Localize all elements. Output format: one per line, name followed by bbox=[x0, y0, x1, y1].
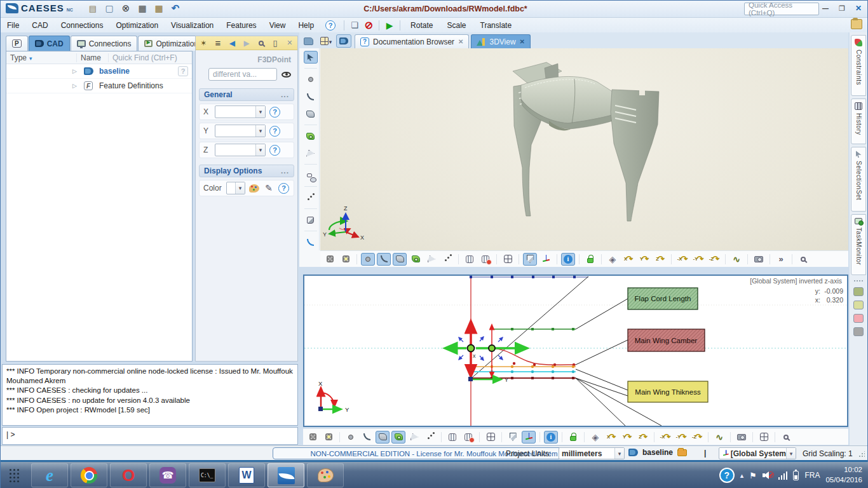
color-dropdown[interactable] bbox=[226, 182, 245, 194]
console-input[interactable]: | > bbox=[2, 427, 298, 445]
perspective-icon[interactable] bbox=[588, 431, 602, 444]
color-swatch-gray[interactable] bbox=[853, 327, 864, 336]
clip-planes-icon[interactable] bbox=[463, 253, 477, 266]
section-general[interactable]: General bbox=[199, 88, 294, 101]
language-indicator[interactable]: FRA bbox=[804, 471, 820, 480]
x-help-icon[interactable] bbox=[269, 107, 280, 118]
color-help-icon[interactable] bbox=[278, 183, 289, 194]
back-icon[interactable] bbox=[227, 38, 238, 48]
taskbar-paint[interactable] bbox=[307, 463, 344, 487]
more-tools-icon[interactable] bbox=[774, 253, 788, 266]
z-help-icon[interactable] bbox=[269, 145, 280, 156]
rotate-neg-z-icon[interactable] bbox=[707, 253, 721, 266]
info-icon[interactable] bbox=[544, 431, 558, 444]
x-dropdown-icon[interactable] bbox=[255, 106, 265, 118]
view3d-canvas[interactable]: Z X Y bbox=[320, 48, 848, 250]
pin-icon[interactable] bbox=[198, 38, 209, 48]
menu-optimization[interactable]: Optimization bbox=[109, 19, 165, 32]
menu-features[interactable]: Features bbox=[220, 19, 262, 32]
tray-expand-icon[interactable] bbox=[740, 471, 744, 480]
tab-selectionset[interactable]: SelectionSet bbox=[851, 147, 866, 212]
volume-tool-icon[interactable] bbox=[304, 214, 318, 226]
rotate-x-icon[interactable] bbox=[621, 253, 635, 266]
x-input[interactable] bbox=[215, 105, 266, 118]
battery-icon[interactable] bbox=[793, 471, 799, 480]
resize-grip[interactable] bbox=[858, 451, 865, 458]
render-points-alt-icon[interactable] bbox=[339, 253, 353, 266]
color-swatch-pink[interactable] bbox=[853, 314, 864, 323]
clip-planes-off-icon[interactable] bbox=[461, 431, 475, 444]
snapshot-icon[interactable] bbox=[735, 431, 749, 444]
show-polylines-icon[interactable] bbox=[423, 431, 437, 444]
render-points-alt-icon[interactable] bbox=[322, 431, 336, 444]
visibility-eye-icon[interactable] bbox=[281, 72, 291, 78]
drag-handle[interactable] bbox=[854, 280, 863, 283]
tool-rotate[interactable]: Rotate bbox=[403, 19, 440, 32]
render-points-icon[interactable] bbox=[323, 253, 337, 266]
coord-dropdown-icon[interactable] bbox=[786, 448, 796, 459]
select-tool-icon[interactable] bbox=[304, 51, 318, 64]
tree-row-label[interactable]: Feature Definitions bbox=[99, 81, 163, 90]
annotation-thickness[interactable]: Main Wing Thikness bbox=[628, 381, 708, 402]
surface-tool-icon[interactable] bbox=[304, 107, 318, 120]
view2d-panel[interactable]: Flap Cord Length Main Wing Camber Main W… bbox=[303, 274, 848, 427]
rotate-x-icon[interactable] bbox=[604, 431, 618, 444]
menu-icon[interactable] bbox=[213, 38, 224, 48]
copy-icon[interactable] bbox=[348, 19, 362, 31]
show-points-icon[interactable] bbox=[344, 431, 358, 444]
close-panel-icon[interactable] bbox=[284, 38, 295, 48]
zoom-tool-icon[interactable] bbox=[796, 253, 810, 266]
rotate-y-icon[interactable] bbox=[620, 431, 634, 444]
edit-color-icon[interactable] bbox=[263, 183, 275, 193]
section-display-options[interactable]: Display Options bbox=[199, 165, 294, 177]
zoom-tool-icon[interactable] bbox=[779, 431, 793, 444]
minimize-button[interactable] bbox=[820, 3, 831, 13]
lock-view-icon[interactable] bbox=[566, 431, 580, 444]
folder-icon[interactable] bbox=[677, 449, 687, 456]
rotate-neg-x-icon[interactable] bbox=[675, 253, 689, 266]
rotate-neg-y-icon[interactable] bbox=[691, 253, 705, 266]
taskbar-caeses[interactable] bbox=[268, 463, 304, 487]
rotate-z-icon[interactable] bbox=[636, 431, 650, 444]
shaded-view-icon[interactable] bbox=[523, 253, 537, 266]
save-icon[interactable] bbox=[136, 3, 149, 14]
object-name-input[interactable]: different va... bbox=[208, 68, 277, 81]
rotate-neg-x-icon[interactable] bbox=[658, 431, 672, 444]
menu-file[interactable]: File bbox=[1, 19, 25, 32]
tool-translate[interactable]: Translate bbox=[473, 19, 519, 32]
taskbar-opera[interactable] bbox=[110, 463, 147, 487]
y-dropdown-icon[interactable] bbox=[255, 125, 265, 137]
cad-view-icon[interactable] bbox=[336, 34, 351, 48]
annotation-flap[interactable]: Flap Cord Length bbox=[628, 288, 698, 309]
forward-icon[interactable] bbox=[241, 38, 252, 48]
pixel-grid-icon[interactable] bbox=[757, 431, 771, 444]
curve-tool-icon[interactable] bbox=[304, 90, 318, 103]
tab-3dview[interactable]: 3DView bbox=[471, 34, 531, 48]
flowchart-tool-icon[interactable] bbox=[304, 169, 318, 182]
tab-constraints[interactable]: Constraints bbox=[851, 35, 866, 96]
document-icon[interactable] bbox=[270, 38, 281, 48]
menu-help[interactable]: Help bbox=[292, 19, 320, 32]
polyline-tool-icon[interactable] bbox=[304, 191, 318, 204]
help-icon[interactable] bbox=[325, 20, 336, 30]
new-view-icon[interactable] bbox=[301, 34, 316, 48]
viewports-icon[interactable] bbox=[484, 431, 498, 444]
show-featuresurfaces-icon[interactable] bbox=[391, 431, 405, 444]
clip-planes-icon[interactable] bbox=[445, 431, 459, 444]
show-surfaces-icon[interactable] bbox=[393, 253, 407, 266]
perspective-icon[interactable] bbox=[606, 253, 620, 266]
network-signal-icon[interactable] bbox=[778, 471, 788, 480]
action-center-icon[interactable] bbox=[749, 471, 757, 480]
run-icon[interactable] bbox=[383, 19, 397, 31]
units-dropdown-icon[interactable] bbox=[614, 448, 624, 459]
session-icon[interactable] bbox=[851, 19, 862, 29]
maximize-button[interactable] bbox=[837, 3, 847, 13]
row-help-icon[interactable] bbox=[178, 66, 188, 76]
expander-icon[interactable] bbox=[72, 68, 77, 74]
show-axes-icon[interactable] bbox=[522, 431, 536, 444]
lock-view-icon[interactable] bbox=[583, 253, 597, 266]
menu-connections[interactable]: Connections bbox=[55, 19, 110, 32]
volume-muted-icon[interactable] bbox=[763, 471, 773, 480]
taskbar-cmd[interactable] bbox=[189, 463, 226, 487]
layout-grid-icon[interactable] bbox=[318, 34, 334, 48]
